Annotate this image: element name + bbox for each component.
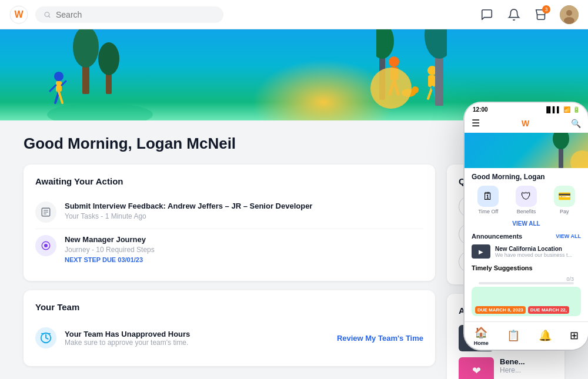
your-team-title: Your Team	[35, 302, 423, 312]
team-item-sub: Make sure to approve your team's time.	[65, 338, 190, 347]
phone-ann-sub-1: We have moved our business t...	[495, 252, 572, 258]
action-item-sub-2: Journey - 10 Required Steps	[65, 246, 155, 254]
hero-illustration	[47, 29, 153, 120]
team-item[interactable]: Your Team Has Unapproved Hours Make sure…	[35, 321, 423, 354]
action-item-content: Submit Interview Feedback: Andrew Jeffer…	[65, 202, 312, 220]
ann-title-2: Bene...	[500, 357, 525, 366]
phone-home-icon: 🏠	[475, 326, 487, 339]
left-column: Awaiting Your Action Submi	[24, 165, 435, 379]
action-item-due: NEXT STEP DUE 03/01/23	[65, 256, 155, 263]
bell-icon[interactable]	[506, 6, 522, 23]
phone-pay[interactable]: 💳 Pay	[554, 186, 575, 214]
phone-timely-section: Timely Suggestions 0/3 DUE MARCH 8, 2023…	[465, 261, 588, 316]
greeting-text: Good Morning, Logan McNeil	[24, 135, 236, 153]
pay-icon: 💳	[554, 186, 575, 207]
review-team-link[interactable]: Review My Team's Time	[337, 334, 423, 343]
svg-point-10	[47, 103, 153, 120]
phone-progress-text: 0/3	[566, 276, 574, 282]
your-team-card: Your Team Your Team Has Unapproved Hou	[24, 290, 435, 366]
phone-menu-icon[interactable]: ☰	[472, 118, 480, 129]
phone-ann-thumb-1: ▶	[472, 244, 490, 259]
phone-bell-icon: 🔔	[539, 329, 552, 342]
phone-grid-icon: ⊞	[570, 329, 579, 342]
inbox-badge: 3	[542, 5, 550, 14]
awaiting-action-card: Awaiting Your Action Submi	[24, 165, 435, 281]
phone-view-all[interactable]: VIEW ALL	[465, 219, 588, 230]
phone-nav: ☰ W 🔍	[465, 115, 588, 133]
phone-time-off[interactable]: 🗓 Time Off	[477, 186, 499, 214]
phone-due-badge-1: DUE MARCH 8, 2023	[475, 306, 526, 314]
action-item-title-2: New Manager Journey	[65, 235, 155, 244]
team-item-title: Your Team Has Unapproved Hours	[65, 330, 190, 338]
svg-point-5	[564, 17, 574, 24]
phone-ann-content-1: New California Location We have moved ou…	[495, 246, 572, 258]
svg-line-14	[59, 92, 62, 103]
phone-icons-row: 🗓 Time Off 🛡 Benefits 💳 Pay	[465, 183, 588, 219]
phone-benefits[interactable]: 🛡 Benefits	[516, 186, 537, 214]
phone-timely-card[interactable]: DUE MARCH 8, 2023 DUE MARCH 22,	[472, 287, 581, 316]
phone-tasks-tab[interactable]: 📋	[507, 329, 520, 343]
top-nav: W 3	[0, 0, 588, 29]
svg-point-28	[376, 29, 394, 59]
phone-home-label: Home	[474, 340, 489, 346]
announcement-item-2[interactable]: ❤ Bene... Here...	[459, 357, 553, 379]
phone-time: 12:00	[473, 106, 488, 113]
user-avatar[interactable]	[560, 5, 579, 24]
phone-progress: 0/3	[472, 275, 581, 287]
search-bar[interactable]	[35, 6, 223, 23]
phone-status-bar: 12:00 ▐▌▌▌ 📶 🔋	[465, 103, 588, 115]
svg-text:W: W	[14, 9, 24, 19]
action-item-journey[interactable]: New Manager Journey Journey - 10 Require…	[35, 229, 423, 269]
phone-hero-banner	[465, 133, 588, 168]
chat-icon[interactable]	[479, 6, 495, 23]
phone-ann-title-1: New California Location	[495, 246, 572, 252]
svg-point-22	[412, 86, 419, 93]
journey-icon	[35, 235, 56, 256]
svg-point-40	[553, 133, 569, 149]
phone-timely-title: Timely Suggestions	[472, 264, 581, 271]
svg-point-11	[54, 72, 64, 81]
svg-point-7	[73, 29, 99, 68]
action-item-content-2: New Manager Journey Journey - 10 Require…	[65, 235, 155, 263]
ann-content-2: Bene... Here...	[500, 357, 525, 379]
phone-ann-link[interactable]: VIEW ALL	[556, 233, 581, 239]
phone-ann-item-1[interactable]: ▶ New California Location We have moved …	[465, 242, 588, 261]
svg-rect-24	[428, 75, 435, 87]
ann-heart-thumb: ❤	[459, 357, 494, 379]
awaiting-title: Awaiting Your Action	[35, 176, 423, 186]
phone-logo: W	[522, 119, 529, 128]
phone-bell-tab[interactable]: 🔔	[539, 329, 552, 343]
svg-point-35	[44, 244, 48, 247]
phone-home-tab[interactable]: 🏠 Home	[474, 326, 489, 346]
phone-bottom-nav: 🏠 Home 📋 🔔 ⊞	[465, 321, 588, 350]
phone-search-icon[interactable]: 🔍	[571, 119, 581, 128]
benefits-label: Benefits	[517, 209, 536, 214]
benefits-icon: 🛡	[516, 186, 537, 207]
signal-icon: ▐▌▌▌	[544, 106, 561, 113]
interview-icon	[35, 202, 56, 223]
phone-ann-title: Announcements	[472, 233, 522, 240]
action-item-interview[interactable]: Submit Interview Feedback: Andrew Jeffer…	[35, 196, 423, 229]
action-item-title-1: Submit Interview Feedback: Andrew Jeffer…	[65, 202, 312, 210]
pay-label: Pay	[560, 209, 569, 214]
svg-point-38	[570, 150, 588, 168]
svg-line-15	[50, 85, 56, 91]
phone-grid-tab[interactable]: ⊞	[570, 329, 579, 343]
svg-rect-12	[56, 81, 62, 92]
inbox-icon[interactable]: 3	[533, 6, 549, 23]
action-item-sub-1: Your Tasks - 1 Minute Ago	[65, 212, 312, 220]
search-icon	[44, 11, 51, 19]
mobile-phone-overlay: 12:00 ▐▌▌▌ 📶 🔋 ☰ W 🔍 Good Morning, Logan	[465, 103, 588, 350]
wifi-icon: 📶	[563, 106, 570, 113]
time-off-label: Time Off	[478, 209, 498, 214]
workday-logo[interactable]: W	[9, 5, 28, 24]
search-input[interactable]	[56, 10, 215, 19]
phone-tasks-icon: 📋	[507, 329, 520, 342]
phone-status-icons: ▐▌▌▌ 📶 🔋	[544, 106, 580, 113]
svg-point-30	[425, 29, 447, 59]
svg-point-17	[389, 56, 399, 67]
phone-announcements-header: Announcements VIEW ALL	[465, 230, 588, 242]
nav-icons: 3	[479, 5, 579, 24]
svg-line-16	[62, 81, 66, 85]
team-hours-icon	[35, 327, 56, 348]
